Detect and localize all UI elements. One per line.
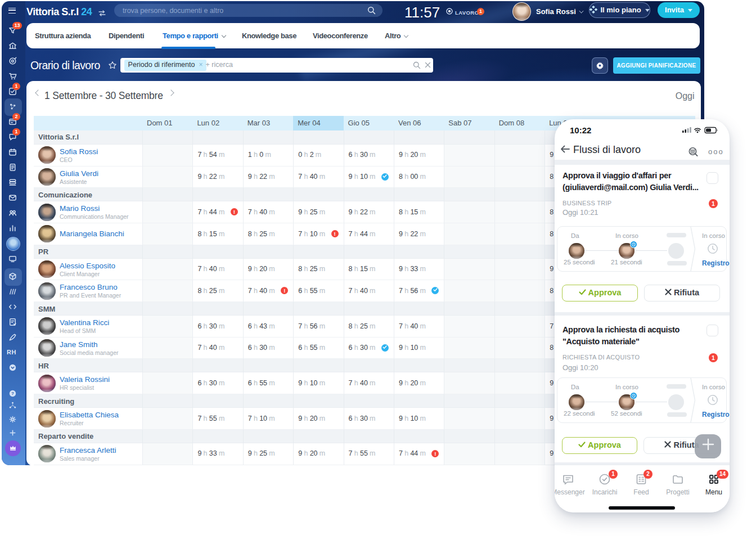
svg-text:?: ? <box>11 391 14 396</box>
